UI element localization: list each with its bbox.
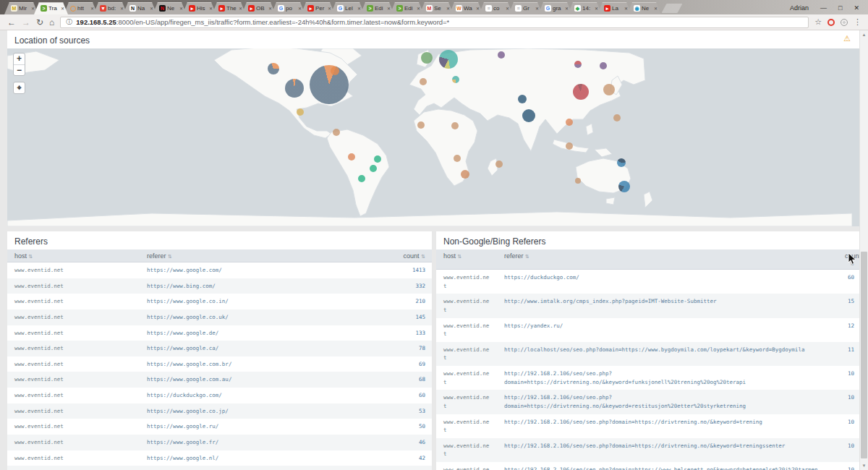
column-header-host[interactable]: host ⇅ (7, 249, 140, 262)
table-row[interactable]: www.eventid.nethttp://www.imtalk.org/cmp… (436, 294, 861, 317)
count-cell[interactable]: 12 (838, 318, 861, 342)
referer-cell[interactable]: https://www.google.co.in/ (140, 294, 365, 309)
table-row[interactable]: www.eventid.nethttps://www.google.co.jp/… (7, 403, 432, 419)
browser-tab[interactable]: ◉Ne✕ (627, 2, 661, 14)
referer-cell[interactable]: http://192.168.2.106/seo/seo.php?domain=… (497, 414, 838, 438)
referer-cell[interactable]: http://192.168.2.106/seo/seo.php?domain=… (497, 462, 838, 470)
tab-close-icon[interactable]: ✕ (120, 7, 124, 11)
browser-menu-icon[interactable]: ⋮ (854, 17, 861, 27)
host-cell[interactable]: www.eventid.net (7, 262, 140, 278)
close-button[interactable]: ✕ (854, 5, 859, 12)
referer-cell[interactable]: https://www.google.fr/ (140, 435, 365, 450)
extension-o-icon[interactable] (827, 19, 835, 26)
count-cell[interactable]: 50 (365, 419, 432, 435)
table-row[interactable]: www.eventid.nethttps://duckduckgo.com/60 (7, 388, 432, 403)
tab-close-icon[interactable]: ✕ (31, 7, 35, 11)
count-cell[interactable]: 42 (365, 450, 432, 466)
referer-cell[interactable]: http://192.168.2.106/seo/seo.php? domain… (497, 366, 838, 390)
host-cell[interactable]: www.eventid.net (7, 419, 140, 435)
count-cell[interactable]: 10 (838, 390, 861, 414)
count-cell[interactable]: 68 (365, 372, 432, 388)
zoom-out-button[interactable]: − (14, 64, 25, 75)
table-row[interactable]: www.eventid.nethttps://www.google.co.uk/… (7, 309, 432, 325)
tab-close-icon[interactable]: ✕ (387, 7, 391, 11)
host-cell[interactable]: www.eventid.net (436, 438, 497, 462)
address-bar[interactable]: ⓘ 192.168.5.25:8000/en-US/app/firegen_ms… (60, 17, 809, 28)
locate-button[interactable]: ⌖ (14, 82, 25, 93)
page-info-icon[interactable]: ⓘ (66, 17, 72, 27)
count-cell[interactable]: 60 (838, 270, 861, 294)
referer-cell[interactable]: https://www.google.ru/ (140, 419, 365, 435)
browser-tab[interactable]: ◆14:✕ (568, 2, 602, 14)
table-row[interactable]: www.eventid.nethttps://duckduckgo.com/60 (436, 270, 861, 294)
scroll-down-icon[interactable]: ▼ (860, 463, 868, 468)
table-row[interactable]: www.eventid.nethttp://192.168.2.106/seo/… (436, 366, 861, 390)
table-row[interactable]: www.eventid.nethttps://www.google.com.au… (7, 372, 432, 388)
bookmark-star-icon[interactable]: ☆ (814, 17, 822, 27)
referer-cell[interactable]: https://www.google.com/ (140, 262, 365, 278)
table-row[interactable]: www.eventid.nethttps://www.google.nl/42 (7, 450, 432, 466)
browser-tab[interactable]: NNa✕ (123, 2, 157, 14)
column-header-host[interactable]: host ⇅ (436, 249, 497, 269)
browser-tab[interactable]: MSe✕ (420, 2, 454, 14)
count-cell[interactable]: 15 (838, 294, 861, 317)
referer-cell[interactable]: https://www.google.co.jp/ (140, 403, 365, 419)
table-row[interactable]: www.eventid.nethttps://www.bing.com/332 (7, 278, 432, 294)
count-cell[interactable]: 145 (365, 309, 432, 325)
column-header-count[interactable]: count ⇅ (365, 249, 432, 262)
host-cell[interactable]: www.eventid.net (7, 341, 140, 356)
referer-cell[interactable]: https://www.google.co.kr/ (140, 466, 365, 470)
tab-close-icon[interactable]: ✕ (61, 7, 64, 11)
forward-icon[interactable]: → (22, 18, 30, 27)
scroll-up-icon[interactable]: ▲ (860, 33, 868, 37)
profile-name[interactable]: Adrian (790, 4, 809, 12)
browser-tab[interactable]: ▸The✕ (212, 2, 246, 14)
count-cell[interactable]: 1413 (365, 262, 432, 278)
count-cell[interactable]: 31 (365, 466, 432, 470)
host-cell[interactable]: www.eventid.net (436, 270, 497, 294)
world-map[interactable]: + − ⌖ (7, 48, 861, 226)
count-cell[interactable]: 10 (838, 438, 861, 462)
referer-cell[interactable]: https://www.google.com.au/ (140, 372, 365, 388)
host-cell[interactable]: www.eventid.net (436, 342, 497, 366)
table-row[interactable]: www.eventid.nethttps://www.google.co.kr/… (7, 466, 432, 470)
count-cell[interactable]: 11 (838, 342, 861, 366)
count-cell[interactable]: 10 (838, 414, 861, 438)
tab-close-icon[interactable]: ✕ (417, 7, 420, 11)
count-cell[interactable]: 332 (365, 278, 432, 294)
count-cell[interactable]: 46 (365, 435, 432, 450)
host-cell[interactable]: www.eventid.net (7, 466, 140, 470)
browser-tab[interactable]: Ggra✕ (538, 2, 572, 14)
referer-cell[interactable]: http://localhost/seo/seo.php?domain=http… (497, 342, 838, 366)
tab-close-icon[interactable]: ✕ (209, 7, 213, 11)
table-row[interactable]: www.eventid.nethttp://localhost/seo/seo.… (436, 342, 861, 366)
host-cell[interactable]: www.eventid.net (7, 372, 140, 388)
page-scrollbar[interactable]: ▲ ▼ (859, 30, 868, 470)
browser-tab[interactable]: ≡Gr✕ (509, 2, 542, 14)
count-cell[interactable]: 78 (365, 341, 432, 356)
tab-close-icon[interactable]: ✕ (268, 7, 272, 11)
table-row[interactable]: www.eventid.nethttps://www.google.ru/50 (7, 419, 432, 435)
tab-close-icon[interactable]: ✕ (179, 7, 183, 11)
browser-tab[interactable]: >Edi✕ (390, 2, 424, 14)
host-cell[interactable]: www.eventid.net (7, 403, 140, 419)
browser-tab[interactable]: WWa✕ (449, 2, 483, 14)
browser-tab[interactable]: ≡co✕ (479, 2, 513, 14)
host-cell[interactable]: www.eventid.net (7, 294, 140, 309)
referer-cell[interactable]: https://www.google.nl/ (140, 450, 365, 466)
count-cell[interactable]: 60 (365, 388, 432, 403)
browser-tab[interactable]: ▸OB✕ (242, 2, 276, 14)
count-cell[interactable]: 133 (365, 325, 432, 341)
host-cell[interactable]: www.eventid.net (7, 435, 140, 450)
warning-icon[interactable]: ⚠ (843, 34, 851, 43)
tab-close-icon[interactable]: ✕ (298, 7, 302, 11)
tab-close-icon[interactable]: ✕ (654, 7, 658, 11)
count-cell[interactable]: 53 (365, 403, 432, 419)
column-header-referer[interactable]: referer ⇅ (140, 249, 365, 262)
maximize-button[interactable]: □ (838, 5, 842, 12)
count-cell[interactable]: 69 (365, 356, 432, 372)
tab-close-icon[interactable]: ✕ (565, 7, 569, 11)
host-cell[interactable]: www.eventid.net (7, 388, 140, 403)
table-row[interactable]: www.eventid.nethttps://yandex.ru/12 (436, 318, 861, 342)
extension-shield-icon[interactable] (841, 19, 848, 26)
